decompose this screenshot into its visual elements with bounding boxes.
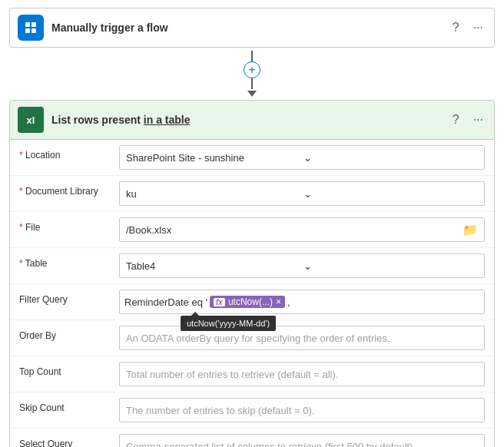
- form-row-skip-count: Skip Count: [10, 392, 494, 429]
- table-value: Table4: [126, 260, 300, 272]
- form-body: * Location SharePoint Site - sunshine ⌄ …: [10, 140, 494, 447]
- svg-rect-2: [25, 28, 30, 33]
- action-more-button[interactable]: ···: [470, 111, 486, 128]
- fx-icon: fx: [214, 298, 225, 306]
- trigger-title: Manually trigger a flow: [51, 22, 449, 34]
- top-count-input[interactable]: [119, 362, 485, 386]
- order-by-input[interactable]: [119, 326, 485, 350]
- table-chevron-icon: ⌄: [303, 260, 478, 272]
- skip-count-control[interactable]: [119, 398, 485, 422]
- action-title: List rows present in a table: [51, 114, 449, 126]
- top-count-label: Top Count: [19, 362, 119, 377]
- trigger-icon: [18, 15, 44, 41]
- connector-line-top: [251, 51, 253, 61]
- tooltip-text: utcNow('yyyy-MM-dd'): [187, 319, 270, 328]
- form-row-filter-query: Filter Query ReminderDate eq ' fx utcNow…: [10, 284, 494, 320]
- svg-rect-0: [25, 22, 30, 27]
- filter-query-label: Filter Query: [19, 290, 119, 305]
- document-library-chevron-icon: ⌄: [303, 188, 478, 200]
- form-row-top-count: Top Count: [10, 356, 494, 392]
- connector-arrow: [247, 91, 257, 97]
- form-row-table: * Table Table4 ⌄: [10, 248, 494, 284]
- file-control[interactable]: 📁: [119, 217, 485, 242]
- connector-line-bottom: [251, 78, 253, 89]
- table-dropdown[interactable]: Table4 ⌄: [119, 253, 485, 278]
- filter-query-input[interactable]: ReminderDate eq ' fx utcNow(...) × ,: [119, 290, 485, 314]
- trigger-help-button[interactable]: ?: [449, 19, 463, 36]
- fx-token-label: utcNow(...): [228, 296, 273, 307]
- location-value: SharePoint Site - sunshine: [126, 152, 300, 164]
- location-control[interactable]: SharePoint Site - sunshine ⌄: [119, 145, 485, 170]
- top-count-control[interactable]: [119, 362, 485, 386]
- order-by-label: Order By: [19, 326, 119, 341]
- connector-plus-button[interactable]: +: [244, 61, 260, 78]
- file-input-wrapper[interactable]: 📁: [119, 217, 485, 242]
- action-title-underline: in a table: [144, 114, 191, 126]
- file-input[interactable]: [120, 220, 456, 240]
- select-query-control[interactable]: [119, 434, 485, 447]
- document-library-control[interactable]: ku ⌄: [119, 181, 485, 206]
- document-library-value: ku: [126, 188, 300, 200]
- table-control[interactable]: Table4 ⌄: [119, 253, 485, 278]
- form-row-file: * File 📁: [10, 212, 494, 248]
- svg-rect-1: [32, 22, 36, 27]
- file-folder-icon[interactable]: 📁: [456, 219, 484, 241]
- trigger-more-button[interactable]: ···: [470, 19, 486, 36]
- action-header: xl List rows present in a table ? ···: [10, 101, 494, 140]
- form-row-select-query: Select Query: [10, 429, 494, 447]
- action-help-button[interactable]: ?: [449, 111, 463, 128]
- location-label: * Location: [19, 145, 119, 161]
- trigger-bar: Manually trigger a flow ? ···: [9, 8, 495, 48]
- select-query-input[interactable]: [119, 434, 485, 447]
- filter-query-text: ReminderDate eq ': [124, 296, 207, 308]
- skip-count-label: Skip Count: [19, 398, 119, 413]
- fx-token[interactable]: fx utcNow(...) ×: [210, 296, 285, 308]
- table-label: * Table: [19, 253, 119, 269]
- form-row-document-library: * Document Library ku ⌄: [10, 176, 494, 212]
- location-dropdown[interactable]: SharePoint Site - sunshine ⌄: [119, 145, 485, 170]
- form-row-location: * Location SharePoint Site - sunshine ⌄: [10, 140, 494, 176]
- document-library-label: * Document Library: [19, 181, 119, 197]
- connector: +: [0, 51, 504, 97]
- fx-token-close-icon[interactable]: ×: [276, 296, 281, 307]
- file-label: * File: [19, 217, 119, 233]
- svg-rect-3: [32, 28, 36, 33]
- tooltip-arrow: [191, 312, 199, 316]
- filter-query-control-wrapper[interactable]: ReminderDate eq ' fx utcNow(...) × , utc…: [119, 290, 485, 314]
- skip-count-input[interactable]: [119, 398, 485, 422]
- select-query-label: Select Query: [19, 434, 119, 447]
- order-by-control[interactable]: [119, 326, 485, 350]
- document-library-dropdown[interactable]: ku ⌄: [119, 181, 485, 206]
- filter-query-tooltip: utcNow('yyyy-MM-dd'): [181, 316, 276, 331]
- location-chevron-icon: ⌄: [303, 152, 478, 164]
- filter-comma: ,: [287, 296, 290, 308]
- trigger-actions: ? ···: [449, 19, 486, 36]
- action-card: xl List rows present in a table ? ··· * …: [9, 100, 495, 447]
- action-excel-icon: xl: [18, 107, 44, 133]
